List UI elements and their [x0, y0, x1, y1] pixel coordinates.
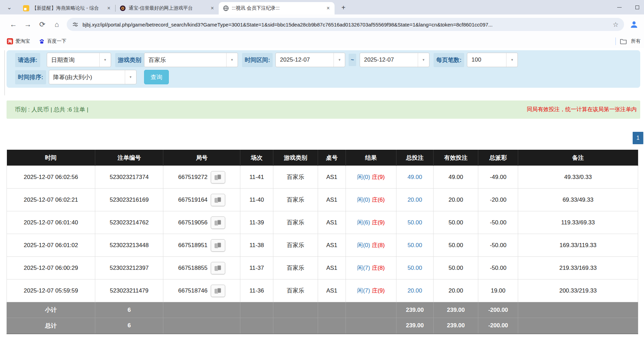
cell-time: 2025-12-07 06:02:56: [7, 166, 95, 189]
window-maximize-icon[interactable]: [635, 6, 639, 9]
query-type-select[interactable]: 日期查询 ▼: [47, 53, 111, 67]
cell-result: 闲(7) 庄(8): [346, 257, 396, 279]
profile-avatar-icon[interactable]: [629, 19, 639, 30]
cell-result: 闲(0) 庄(8): [346, 234, 396, 257]
cell-bet-id: 523023214762: [95, 211, 163, 234]
total-label: 总计: [7, 318, 95, 334]
date-to-input[interactable]: 2025-12-07 ▼: [360, 53, 429, 67]
round-id: 667518951: [178, 242, 207, 249]
round-id: 667519164: [178, 197, 207, 203]
tab-bet-records-active[interactable]: :::视讯 会员下注纪录::: ×: [219, 2, 335, 14]
cell-session: 11-40: [240, 189, 273, 211]
all-bookmarks-label[interactable]: 所有: [631, 38, 641, 44]
subtotal-payout: -200.00: [478, 302, 518, 318]
page-size-select[interactable]: 100 ▼: [467, 53, 518, 67]
search-button[interactable]: 查询: [144, 70, 169, 84]
date-range-tilde: ~: [349, 54, 356, 66]
game-type-select[interactable]: 百家乐 ▼: [144, 53, 238, 67]
baidu-paw-icon: [39, 39, 45, 44]
window-minimize-icon[interactable]: [617, 7, 622, 8]
cell-round: 667518951: [163, 234, 240, 257]
new-tab-button[interactable]: +: [339, 4, 348, 12]
subtotal-valid-bet: 239.00: [434, 302, 478, 318]
header-total-bet: 总投注: [396, 150, 433, 166]
cell-valid-bet: 50.00: [434, 257, 478, 279]
chevron-down-icon[interactable]: ▼: [99, 53, 111, 67]
cell-remark: 49.33/0.33: [518, 166, 638, 189]
home-icon[interactable]: ⌂: [50, 20, 64, 29]
cell-table-no: AS1: [318, 189, 346, 211]
forward-icon[interactable]: →: [21, 20, 35, 29]
chevron-down-icon[interactable]: ▼: [418, 53, 429, 67]
round-image-button[interactable]: [211, 285, 225, 297]
cell-time: 2025-12-07 06:01:40: [7, 211, 95, 234]
result-player: 闲(0): [357, 242, 370, 248]
cell-total-bet: 50.00: [396, 234, 433, 257]
table-row: 2025-12-07 06:02:21 523023216169 6675191…: [7, 189, 638, 211]
date-from-input[interactable]: 2025-12-07 ▼: [275, 53, 345, 67]
url-text[interactable]: bjbj.xyz/ipl/portal.php/game/betrecord_s…: [83, 22, 609, 28]
pagination-page-1[interactable]: 1: [633, 132, 643, 144]
total-total-bet: 239.00: [396, 318, 433, 334]
result-player: 闲(0): [357, 197, 370, 203]
address-bar[interactable]: bjbj.xyz/ipl/portal.php/game/betrecord_s…: [67, 18, 624, 31]
tab-title: 通宝-信誉最好的网上游戏平台: [129, 5, 207, 11]
total-bet-link[interactable]: 20.00: [407, 197, 422, 203]
sort-order-label: 时间排序:: [15, 70, 46, 84]
bookmark-baidu[interactable]: 百度一下: [39, 38, 66, 44]
back-icon[interactable]: ←: [6, 20, 21, 29]
tab-forum[interactable]: 【新提醒】海燕策略论坛 - 综合 ×: [19, 2, 115, 14]
cell-round: 667519056: [163, 211, 240, 234]
cell-time: 2025-12-07 05:59:59: [7, 279, 95, 302]
round-image-button[interactable]: [211, 262, 225, 274]
cell-valid-bet: 50.00: [434, 211, 478, 234]
tab-close-icon[interactable]: ×: [209, 5, 215, 11]
tab-close-icon[interactable]: ×: [325, 5, 331, 11]
round-image-button[interactable]: [211, 171, 225, 183]
date-from-value: 2025-12-07: [276, 53, 334, 67]
round-image-button[interactable]: [211, 239, 225, 252]
total-bet-link[interactable]: 50.00: [407, 242, 422, 248]
header-table-no: 桌号: [318, 150, 346, 166]
tab-close-icon[interactable]: ×: [106, 5, 112, 11]
total-bet-link[interactable]: 49.00: [407, 174, 422, 180]
total-bet-link[interactable]: 50.00: [407, 219, 422, 226]
query-type-value: 日期查询: [47, 53, 99, 67]
round-id: 667518746: [178, 287, 207, 294]
cell-bet-id: 523023211479: [95, 279, 163, 302]
chevron-down-icon[interactable]: ▼: [125, 70, 136, 84]
round-image-button[interactable]: [211, 194, 225, 206]
cell-bet-id: 523023216169: [95, 189, 163, 211]
cell-game-type: 百家乐: [273, 166, 318, 189]
total-bet-link[interactable]: 20.00: [407, 287, 422, 294]
round-image-button[interactable]: [211, 216, 225, 229]
cell-result: 闲(0) 庄(6): [346, 189, 396, 211]
all-bookmarks-folder-icon[interactable]: [620, 39, 627, 44]
tab-tongbao[interactable]: 通宝-信誉最好的网上游戏平台 ×: [116, 2, 219, 14]
result-player: 闲(7): [357, 265, 370, 271]
chevron-down-icon[interactable]: ▼: [226, 53, 238, 67]
chevron-down-icon[interactable]: ▼: [506, 53, 517, 67]
site-info-icon[interactable]: [72, 21, 78, 28]
tab-search-chevron-icon[interactable]: ⌄: [7, 4, 12, 11]
cell-result: 闲(7) 庄(9): [346, 279, 396, 302]
tab-title: :::视讯 会员下注纪录:::: [232, 5, 323, 11]
reload-icon[interactable]: ⟳: [35, 20, 50, 29]
currency-total-text: 币别 : 人民币 | 总共 :6 注单 |: [15, 106, 88, 114]
total-bet-link[interactable]: 50.00: [407, 265, 422, 271]
bookmark-star-icon[interactable]: ☆: [613, 21, 619, 29]
round-id: 667519272: [178, 174, 207, 181]
cell-total-bet: 50.00: [396, 211, 433, 234]
chevron-down-icon[interactable]: ▼: [334, 53, 345, 67]
bookmark-label: 爱淘宝: [15, 38, 30, 44]
cell-time: 2025-12-07 06:02:21: [7, 189, 95, 211]
bookmark-aitaobao[interactable]: 淘 爱淘宝: [7, 38, 30, 44]
page-size-label: 每页笔数:: [434, 53, 465, 67]
bet-table-body: 2025-12-07 06:02:56 523023217374 6675192…: [7, 166, 638, 302]
header-result: 结果: [346, 150, 396, 166]
subtotal-count: 6: [95, 302, 163, 318]
sort-order-select[interactable]: 降幂(由大到小) ▼: [49, 70, 137, 84]
cell-time: 2025-12-07 06:00:29: [7, 257, 95, 279]
result-banker: 庄(9): [372, 287, 385, 294]
total-row: 总计 6 239.00 239.00 -200.00: [7, 318, 638, 334]
